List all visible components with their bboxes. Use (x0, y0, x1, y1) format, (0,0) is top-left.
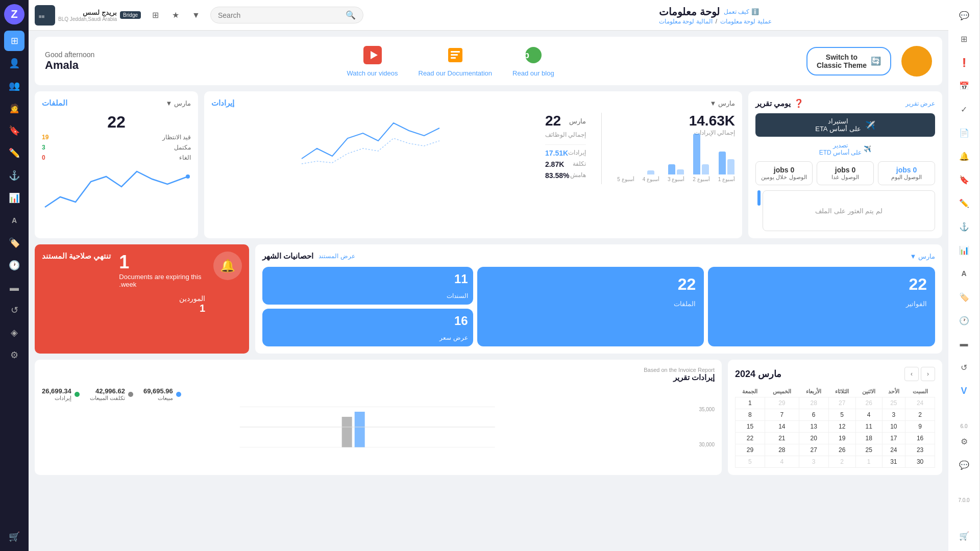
switch-classic-button[interactable]: 🔄 Switch to Classic Theme (806, 47, 891, 76)
revenue-filter[interactable]: مارس ▼ (710, 99, 735, 107)
cal-cell[interactable]: 31 (882, 456, 905, 468)
left-msg-icon[interactable]: 💬 (953, 454, 975, 476)
prev-month-button[interactable]: ‹ (921, 367, 935, 381)
sidebar-grid-icon[interactable]: ⊞ (4, 31, 24, 51)
sidebar-font-icon[interactable]: A (4, 210, 24, 231)
search-bar[interactable]: 🔍 (210, 7, 363, 23)
left-time-icon[interactable]: 🕐 (953, 309, 975, 332)
cal-cell[interactable]: 12 (828, 421, 855, 433)
left-tag-icon[interactable]: 🏷️ (953, 286, 975, 308)
cal-cell[interactable]: 25 (882, 397, 905, 409)
left-calendar-icon[interactable]: 📅 (953, 74, 975, 97)
cal-cell[interactable]: 28 (799, 397, 828, 409)
next-month-button[interactable]: › (904, 367, 919, 381)
cal-cell[interactable]: 3 (799, 456, 828, 468)
cal-cell[interactable]: 22 (736, 433, 765, 444)
cal-cell[interactable]: 14 (765, 421, 799, 433)
sidebar-anchor-icon[interactable]: ⚓ (4, 165, 24, 186)
video-link[interactable]: Watch our videos (347, 45, 398, 77)
left-box-icon[interactable]: ▬ (953, 333, 975, 355)
cal-cell[interactable]: 9 (905, 421, 935, 433)
cal-cell[interactable]: 19 (828, 433, 855, 444)
sidebar-clock-icon[interactable]: 🕐 (4, 255, 24, 276)
cal-cell[interactable]: 1 (855, 456, 882, 468)
left-settings-icon[interactable]: ⚙ (953, 430, 975, 453)
left-check-icon[interactable]: ✓ (953, 98, 975, 120)
export-link[interactable]: ✈️ تصدير على أساس ETD (755, 142, 935, 156)
left-font-icon[interactable]: A (953, 262, 975, 285)
cal-cell[interactable]: 5 (736, 456, 765, 468)
view-doc-link[interactable]: عرض المستند (318, 253, 355, 260)
left-anchor-icon[interactable]: ⚓ (953, 215, 975, 238)
cal-cell[interactable]: 7 (765, 409, 799, 421)
cal-cell[interactable]: 10 (882, 421, 905, 433)
star-icon[interactable]: ★ (167, 7, 184, 23)
import-button[interactable]: ✈️ استيراد على أساس ETA (755, 113, 935, 137)
sidebar-user-icon[interactable]: 👤 (4, 53, 24, 73)
cal-cell[interactable]: 5 (828, 409, 855, 421)
cal-cell[interactable]: 24 (882, 444, 905, 456)
cal-cell[interactable]: 28 (765, 444, 799, 456)
cal-cell[interactable]: 2 (905, 409, 935, 421)
left-doc-icon[interactable]: 📄 (953, 121, 975, 144)
cal-cell[interactable]: 2 (828, 456, 855, 468)
dropdown-icon[interactable]: ▼ (188, 7, 204, 23)
files-filter[interactable]: مارس ▼ (166, 99, 191, 107)
sidebar-edit-icon[interactable]: ✏️ (4, 143, 24, 163)
documentation-link[interactable]: Read our Documentation (419, 45, 493, 77)
help-link[interactable]: ℹ️ كيف تعمل (724, 8, 759, 15)
sidebar-bookmark-icon[interactable]: 🔖 (4, 120, 24, 141)
cal-cell[interactable]: 4 (855, 409, 882, 421)
cal-cell[interactable]: 29 (765, 397, 799, 409)
cal-cell[interactable]: 15 (736, 421, 765, 433)
cal-cell[interactable]: 29 (736, 444, 765, 456)
cal-cell[interactable]: 13 (799, 421, 828, 433)
left-edit-icon[interactable]: ✏️ (953, 192, 975, 214)
app-logo[interactable]: Z (4, 4, 24, 24)
cal-cell[interactable]: 24 (905, 397, 935, 409)
left-chart-icon[interactable]: 📊 (953, 239, 975, 261)
cal-cell[interactable]: 26 (855, 397, 882, 409)
cal-cell[interactable]: 1 (736, 397, 765, 409)
cal-cell[interactable]: 8 (736, 409, 765, 421)
help-circle-icon[interactable]: ❓ (794, 98, 804, 108)
cal-cell[interactable]: 11 (855, 421, 882, 433)
sidebar-refresh-icon[interactable]: ↺ (4, 300, 24, 320)
view-report-link[interactable]: عرض تقرير (905, 100, 935, 107)
sidebar-person-icon[interactable]: 🙍 (4, 98, 24, 118)
cal-cell[interactable]: 26 (828, 444, 855, 456)
left-chat-icon[interactable]: 💬 (953, 4, 975, 27)
left-refresh-icon[interactable]: ↺ (953, 356, 975, 379)
left-grid-icon[interactable]: ⊞ (953, 28, 975, 50)
search-input[interactable] (218, 11, 341, 19)
cal-cell[interactable]: 6 (799, 409, 828, 421)
left-alert-icon[interactable]: ❗ (953, 51, 975, 73)
grid-view-icon[interactable]: ⊞ (147, 7, 163, 23)
month-stats-filter[interactable]: مارس ▼ (910, 253, 935, 260)
cal-cell[interactable]: 4 (765, 456, 799, 468)
sidebar-users-icon[interactable]: 👥 (4, 76, 24, 96)
cal-cell[interactable]: 25 (855, 444, 882, 456)
cal-cell[interactable]: 27 (799, 444, 828, 456)
cal-cell[interactable]: 21 (765, 433, 799, 444)
sidebar-barchart-icon[interactable]: 📊 (4, 188, 24, 208)
blog-link[interactable]: b Read our blog (512, 45, 554, 77)
cal-cell[interactable]: 17 (882, 433, 905, 444)
cal-cell[interactable]: 16 (905, 433, 935, 444)
cal-cell[interactable]: 30 (905, 456, 935, 468)
cal-cell[interactable]: 23 (905, 444, 935, 456)
sidebar-box-icon[interactable]: ▬ (4, 278, 24, 298)
cal-cell[interactable]: 27 (828, 397, 855, 409)
sidebar-settings-icon[interactable]: ⚙ (4, 345, 24, 365)
cal-cell[interactable]: 3 (882, 409, 905, 421)
cal-cell[interactable]: 18 (855, 433, 882, 444)
cal-cell[interactable]: 20 (799, 433, 828, 444)
sidebar-shape-icon[interactable]: ◈ (4, 322, 24, 343)
left-bookmark-icon[interactable]: 🔖 (953, 168, 975, 191)
search-icon[interactable]: 🔍 (346, 10, 356, 20)
sidebar-tag-icon[interactable]: 🏷️ (4, 233, 24, 253)
sidebar-cart-icon[interactable]: 🛒 (4, 527, 24, 547)
left-notif-icon[interactable]: 🔔 (953, 145, 975, 167)
left-v-icon[interactable]: V (953, 380, 975, 402)
left-cart-icon[interactable]: 🛒 (953, 524, 975, 547)
